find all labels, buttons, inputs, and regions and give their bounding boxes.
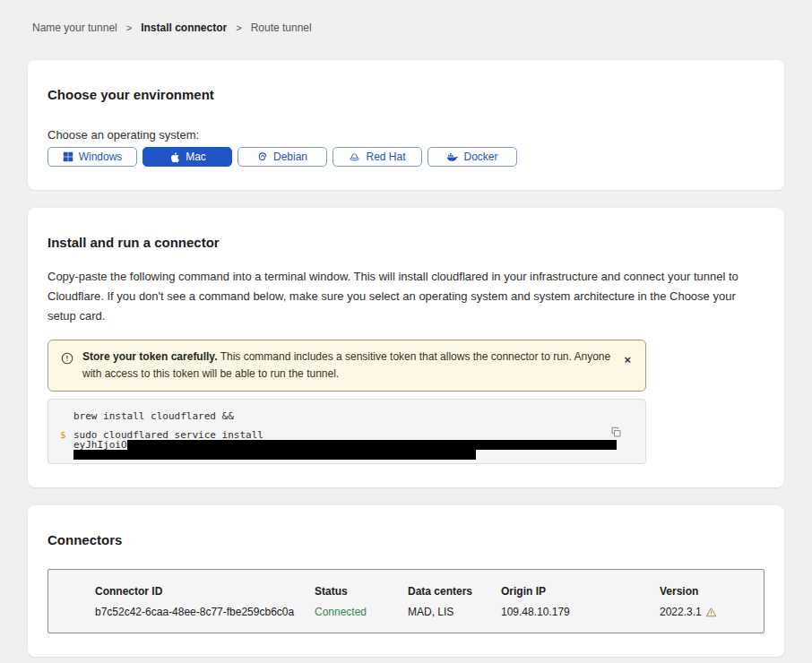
column-header-origin-ip: Origin IP [501,585,660,598]
column-header-data-centers: Data centers [408,585,501,598]
os-button-label: Debian [273,151,307,163]
redhat-icon [349,151,360,163]
environment-card: Choose your environment Choose an operat… [28,60,784,190]
os-button-group: Windows Mac Debian [48,147,764,167]
os-button-debian[interactable]: Debian [238,147,327,167]
origin-ip-value: 109.48.10.179 [501,606,660,618]
shell-prompt: $ [60,429,66,441]
breadcrumb-step-route-tunnel[interactable]: Route tunnel [251,22,312,34]
redacted-token-bar [73,450,476,460]
install-command-text: brew install cloudflared && sudo cloudfl… [73,411,617,461]
token-prefix: eyJhIjoiO [73,440,127,450]
command-line-2: sudo cloudflared service install [73,430,617,440]
version-number: 2022.3.1 [660,606,702,618]
os-button-label: Docker [463,151,497,163]
install-command-codeblock: $ brew install cloudflared && sudo cloud… [48,399,646,464]
os-button-redhat[interactable]: Red Hat [333,147,422,167]
table-row: b7c52c42-6caa-48ee-8c77-fbe259cb6c0a Con… [95,606,764,618]
os-button-label: Red Hat [366,151,405,163]
column-header-status: Status [315,585,408,598]
token-warning-text: Store your token carefully. This command… [82,349,611,383]
docker-icon [446,151,458,163]
column-header-connector-id: Connector ID [95,585,315,598]
data-centers-value: MAD, LIS [408,606,501,618]
token-warning-title: Store your token carefully. [82,350,218,363]
debian-icon [257,151,268,162]
command-line-1: brew install cloudflared && [73,411,617,421]
column-header-version: Version [660,585,764,598]
connector-id-value: b7c52c42-6caa-48ee-8c77-fbe259cb6c0a [95,606,315,618]
os-select-label: Choose an operating system: [48,128,764,142]
connectors-table: Connector ID Status Data centers Origin … [48,569,764,633]
breadcrumb-step-name-your-tunnel[interactable]: Name your tunnel [32,22,117,34]
token-warning-banner: Store your token carefully. This command… [48,340,646,392]
warning-triangle-icon [705,607,717,618]
connectors-card: Connectors Connector ID Status Data cent… [28,505,784,657]
breadcrumb: Name your tunnel > Install connector > R… [0,0,812,34]
version-value: 2022.3.1 [660,606,764,618]
environment-card-title: Choose your environment [48,87,764,102]
close-icon[interactable]: × [620,349,635,371]
os-button-mac[interactable]: Mac [143,147,232,167]
os-button-windows[interactable]: Windows [48,147,137,167]
connectors-table-header: Connector ID Status Data centers Origin … [95,585,764,598]
os-button-docker[interactable]: Docker [428,147,517,167]
os-button-label: Mac [186,151,206,163]
status-badge: Connected [315,606,408,618]
windows-icon [63,151,73,162]
breadcrumb-step-install-connector[interactable]: Install connector [141,22,227,34]
alert-circle-icon [61,352,73,368]
copy-icon[interactable] [609,425,624,443]
apple-icon [168,151,180,163]
redacted-token-bar [127,440,617,450]
connectors-card-title: Connectors [48,532,764,547]
install-connector-card: Install and run a connector Copy-paste t… [28,208,784,487]
install-card-title: Install and run a connector [48,235,764,250]
os-button-label: Windows [79,151,123,163]
breadcrumb-separator: > [236,22,241,33]
breadcrumb-separator: > [126,22,132,33]
install-card-description: Copy-paste the following command into a … [48,267,764,326]
